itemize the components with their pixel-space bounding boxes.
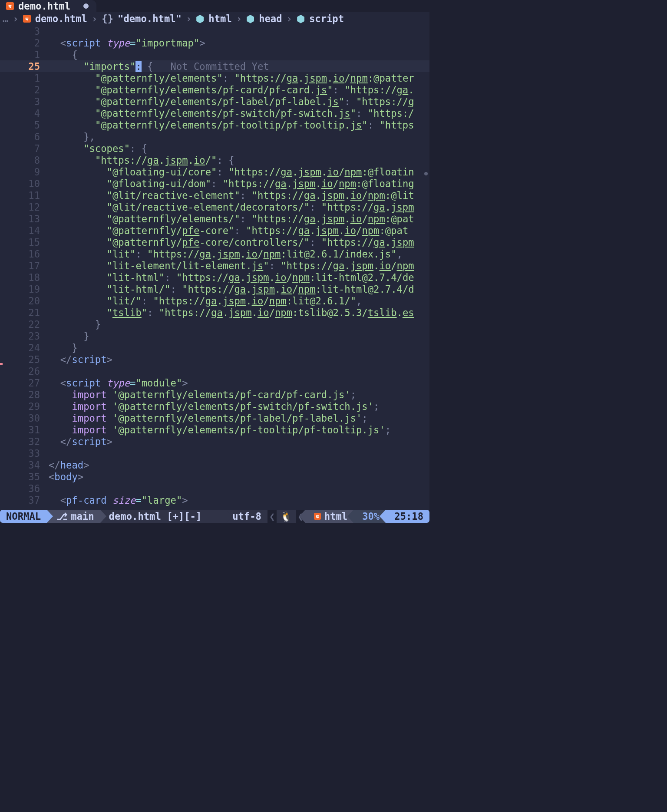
line-number: 33 <box>3 448 45 459</box>
cursor-position-segment: 25:18 <box>386 510 429 523</box>
scroll-indicator-icon <box>424 172 428 175</box>
line-number: 1 <box>3 49 45 60</box>
file-name-segment: demo.html [+][-] <box>100 510 227 523</box>
line-number: 3 <box>3 96 45 107</box>
linux-icon: 🐧 <box>280 511 292 522</box>
line-number: 23 <box>3 330 45 342</box>
code-line: } <box>45 330 89 342</box>
line-number: 28 <box>3 389 45 400</box>
code-line: "lit-html": "https://ga.jspm.io/npm:lit-… <box>45 272 414 283</box>
code-line: "lit-html/": "https://ga.jspm.io/npm:lit… <box>45 284 414 295</box>
git-blame-text: Not Committed Yet <box>171 61 269 72</box>
status-line: NORMAL ⎇ main demo.html [+][-] utf-8 ❮ 🐧… <box>0 510 429 523</box>
line-number: 12 <box>3 201 45 213</box>
code-line: "lit-element/lit-element.js": "https://g… <box>45 260 414 271</box>
line-number: 14 <box>3 225 45 236</box>
line-number: 11 <box>3 190 45 201</box>
breadcrumb-symbol[interactable]: head <box>259 13 282 24</box>
line-number: 17 <box>3 260 45 271</box>
html5-icon <box>23 15 31 23</box>
breadcrumb: … › demo.html › {} "demo.html" › ⬢ html … <box>0 12 429 25</box>
code-line: "@patternfly/elements/pf-card/pf-card.js… <box>45 84 414 96</box>
line-number: 5 <box>3 119 45 131</box>
html5-icon <box>6 2 14 10</box>
line-number: 35 <box>3 471 45 482</box>
line-number: 6 <box>3 131 45 142</box>
line-number: 25 <box>3 61 45 72</box>
line-number: 21 <box>3 307 45 318</box>
code-line: "@patternfly/elements": "https://ga.jspm… <box>45 73 414 84</box>
tab-label: demo.html <box>18 0 70 12</box>
line-number: 1 <box>3 73 45 84</box>
code-line: "@patternfly/elements/": "https://ga.jsp… <box>45 213 414 224</box>
breadcrumb-file[interactable]: demo.html <box>35 13 87 24</box>
line-number: 4 <box>3 108 45 119</box>
line-number: 9 <box>3 166 45 178</box>
line-number: 20 <box>3 295 45 307</box>
cursor: : <box>135 61 141 72</box>
code-line: }, <box>45 131 95 142</box>
line-number: 10 <box>3 178 45 189</box>
code-line: <script type="module"> <box>45 377 188 389</box>
line-number: 34 <box>3 459 45 471</box>
chevron-right-icon: › <box>13 13 18 24</box>
code-line: <pf-card size="large"> <box>45 495 188 506</box>
breadcrumb-symbol[interactable]: "demo.html" <box>118 13 182 24</box>
code-line: <script type="importmap"> <box>45 37 205 49</box>
code-line: "@patternfly/elements/pf-label/pf-label.… <box>45 96 414 107</box>
line-number: 7 <box>3 143 45 154</box>
code-line: <body> <box>45 471 83 482</box>
code-line: </head> <box>45 459 89 471</box>
encoding-segment[interactable]: utf-8 <box>226 510 267 523</box>
line-number: 2 <box>3 84 45 96</box>
line-number: 2 <box>3 37 45 49</box>
code-line: "@patternfly/elements/pf-switch/pf-switc… <box>45 108 414 119</box>
line-number: 13 <box>3 213 45 224</box>
git-branch-segment[interactable]: ⎇ main <box>47 510 100 523</box>
chevron-left-icon: ❮ <box>267 511 277 522</box>
code-line: </script> <box>45 436 112 447</box>
line-number: 27 <box>3 377 45 389</box>
chevron-right-icon: › <box>92 13 97 24</box>
code-line: "@patternfly/elements/pf-tooltip/pf-tool… <box>45 119 414 131</box>
code-line: "@patternfly/pfe-core": "https://ga.jspm… <box>45 225 408 236</box>
breadcrumb-symbol[interactable]: script <box>309 13 344 24</box>
code-line: import '@patternfly/elements/pf-card/pf-… <box>45 389 356 400</box>
cube-icon: ⬢ <box>297 13 305 24</box>
line-number: 25 <box>3 354 45 365</box>
code-line: "@floating-ui/core": "https://ga.jspm.io… <box>45 166 414 178</box>
line-number: 18 <box>3 272 45 283</box>
tab-bar: demo.html <box>0 0 429 12</box>
code-line: "@patternfly/pfe-core/controllers/": "ht… <box>45 237 414 248</box>
git-branch-icon: ⎇ <box>56 511 67 522</box>
filetype-segment[interactable]: html <box>305 510 353 523</box>
cube-icon: ⬢ <box>246 13 254 24</box>
code-line: import '@patternfly/elements/pf-tooltip/… <box>45 424 391 436</box>
line-number: 29 <box>3 401 45 412</box>
chevron-right-icon: › <box>287 13 292 24</box>
tab-demo-html[interactable]: demo.html <box>0 0 96 12</box>
code-line: "@lit/reactive-element/decorators/": "ht… <box>45 201 414 213</box>
code-line: </script> <box>45 354 112 365</box>
code-editor[interactable]: 3 2 <script type="importmap"> 1 { 25 "im… <box>0 25 429 510</box>
code-line: "lit": "https://ga.jspm.io/npm:lit@2.6.1… <box>45 248 403 260</box>
breadcrumb-ellipsis[interactable]: … <box>3 13 8 24</box>
braces-icon: {} <box>102 13 113 24</box>
line-number: 24 <box>3 342 45 353</box>
line-number: 31 <box>3 424 45 436</box>
code-line: "lit/": "https://ga.jspm.io/npm:lit@2.6.… <box>45 295 362 307</box>
chevron-right-icon: › <box>236 13 242 24</box>
code-line: "imports": { Not Committed Yet <box>45 61 269 72</box>
line-number: 36 <box>3 483 45 494</box>
line-number: 30 <box>3 413 45 424</box>
code-line: "@lit/reactive-element": "https://ga.jsp… <box>45 190 414 201</box>
breadcrumb-symbol[interactable]: html <box>208 13 231 24</box>
line-number: 19 <box>3 284 45 295</box>
code-line: } <box>45 319 101 330</box>
code-line: { <box>45 49 78 60</box>
code-line: import '@patternfly/elements/pf-label/pf… <box>45 413 368 424</box>
code-line: "scopes": { <box>45 143 147 154</box>
line-number: 3 <box>3 26 45 37</box>
line-number: 26 <box>3 366 45 377</box>
line-number: 32 <box>3 436 45 447</box>
